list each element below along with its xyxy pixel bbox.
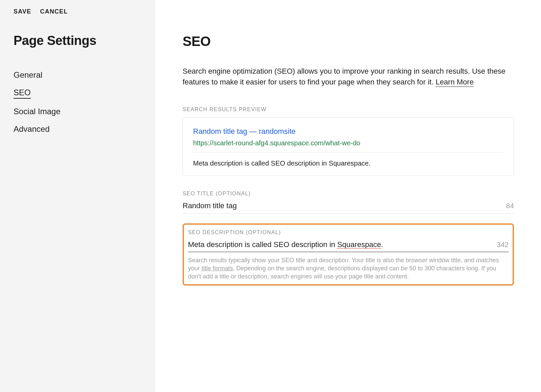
- seo-title-input[interactable]: Random title tag: [183, 201, 501, 210]
- nav-item-general[interactable]: General: [14, 70, 42, 80]
- preview-url: https://scarlet-round-afg4.squarespace.c…: [193, 139, 503, 147]
- preview-description: Meta description is called SEO descripti…: [193, 160, 503, 167]
- main-heading: SEO: [183, 34, 514, 49]
- seo-description-helper: Search results typically show your SEO t…: [188, 256, 509, 281]
- seo-description-input[interactable]: Meta description is called SEO descripti…: [188, 240, 491, 249]
- nav-item-seo[interactable]: SEO: [14, 88, 31, 99]
- intro-text: Search engine optimization (SEO) allows …: [183, 66, 514, 88]
- seo-desc-text-post: .: [381, 240, 383, 249]
- sidebar: SAVE CANCEL Page Settings General SEO So…: [0, 0, 156, 392]
- seo-description-label: SEO DESCRIPTION (OPTIONAL): [188, 229, 509, 236]
- main-content: SEO Search engine optimization (SEO) all…: [156, 0, 541, 392]
- preview-label: SEARCH RESULTS PREVIEW: [183, 106, 514, 113]
- sidebar-nav: General SEO Social Image Advanced: [14, 70, 142, 142]
- search-results-preview: Random title tag — randomsite https://sc…: [183, 117, 514, 176]
- nav-item-advanced[interactable]: Advanced: [14, 124, 50, 134]
- seo-title-label: SEO TITLE (OPTIONAL): [183, 191, 514, 197]
- learn-more-link[interactable]: Learn More: [436, 78, 474, 87]
- seo-description-highlight: SEO DESCRIPTION (OPTIONAL) Meta descript…: [183, 223, 514, 286]
- title-formats-link[interactable]: title formats: [202, 265, 233, 272]
- preview-title: Random title tag — randomsite: [193, 127, 503, 136]
- cancel-button[interactable]: CANCEL: [40, 8, 68, 15]
- seo-title-row: Random title tag 84: [183, 201, 514, 214]
- nav-item-social-image[interactable]: Social Image: [14, 107, 61, 116]
- seo-description-count: 342: [491, 241, 509, 249]
- helper-post: . Depending on the search engine, descri…: [188, 265, 496, 280]
- page-title: Page Settings: [14, 33, 142, 48]
- seo-desc-text-pre: Meta description is called SEO descripti…: [188, 240, 337, 249]
- seo-title-count: 84: [501, 202, 514, 210]
- save-button[interactable]: SAVE: [14, 8, 31, 15]
- preview-divider: [193, 152, 503, 153]
- seo-description-row: Meta description is called SEO descripti…: [188, 240, 509, 252]
- seo-desc-spellcheck: Squarespace: [337, 240, 381, 249]
- seo-title-group: SEO TITLE (OPTIONAL) Random title tag 84: [183, 191, 514, 214]
- sidebar-actions: SAVE CANCEL: [14, 8, 142, 15]
